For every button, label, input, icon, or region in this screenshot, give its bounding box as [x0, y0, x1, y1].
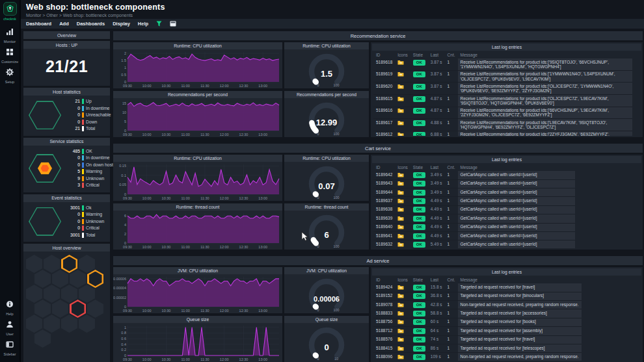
- host-hexagon-ok[interactable]: [79, 315, 95, 333]
- folder-move-icon[interactable]: [397, 311, 404, 317]
- stat-legend-row[interactable]: 3Critical: [62, 182, 113, 189]
- folder-move-icon[interactable]: [397, 337, 404, 343]
- host-hexagon-warn[interactable]: [61, 255, 77, 273]
- stat-legend-row[interactable]: 21Total: [62, 125, 111, 133]
- host-hexagon-ok[interactable]: [79, 285, 95, 303]
- folder-move-icon[interactable]: [397, 354, 404, 360]
- folder-move-icon[interactable]: [397, 207, 404, 213]
- host-hexagon-ok[interactable]: [79, 255, 95, 273]
- gauge-title: Runtime: CPU utilization: [284, 155, 369, 162]
- folder-move-icon[interactable]: [397, 181, 404, 187]
- stat-legend-row[interactable]: 0Unknown: [62, 218, 107, 226]
- folder-move-icon[interactable]: [397, 328, 404, 334]
- stat-legend-row[interactable]: 3001Ok: [62, 205, 107, 212]
- svg-text:13:00: 13:00: [258, 309, 267, 313]
- nav-sidebar: checkmk MonitorCustomizeSetup HelpUserSi…: [0, 0, 20, 362]
- log-table-header-row: IDIconsStateLastCnt.Message: [373, 276, 582, 283]
- host-hexagon-ok[interactable]: [44, 255, 60, 273]
- host-hexagon-warn[interactable]: [87, 270, 103, 288]
- sidebar-item-customize[interactable]: Customize: [1, 47, 18, 64]
- stat-legend-row[interactable]: 0In downtime: [62, 155, 113, 162]
- sidebar-item-user[interactable]: User: [4, 319, 16, 336]
- overview-header: Overview: [23, 31, 110, 39]
- host-hexagon-ok[interactable]: [34, 270, 51, 288]
- stat-legend-row[interactable]: 0Warning: [62, 211, 107, 218]
- log-row: 5189612OK6.88 s1Receive ListRecommendati…: [373, 131, 632, 136]
- folder-move-icon[interactable]: [397, 346, 404, 352]
- log-row: 5189152OK36.8 s1Targeted ad request rece…: [373, 292, 582, 300]
- monitor-icon: [6, 27, 14, 38]
- dashboard-grid-icon[interactable]: [170, 21, 176, 27]
- folder-move-icon[interactable]: [397, 293, 404, 299]
- folder-move-icon[interactable]: [397, 132, 404, 136]
- stat-legend-row[interactable]: 0Unreachable: [62, 112, 111, 119]
- host-hexagon-ok[interactable]: [52, 300, 68, 318]
- sidebar-item-sidebar[interactable]: Sidebar: [4, 339, 16, 356]
- svg-text:10:30: 10:30: [162, 309, 171, 313]
- checkmk-logo-icon[interactable]: [3, 2, 17, 16]
- stat-legend-row[interactable]: 5Warning: [62, 168, 113, 175]
- host-hexagon-ok[interactable]: [61, 285, 77, 303]
- stat-legend-row[interactable]: 0In downtime: [62, 105, 111, 112]
- folder-move-icon[interactable]: [397, 120, 404, 126]
- breadcrumb[interactable]: Monitor > Other > Web shop: bottleneck c…: [26, 13, 644, 18]
- stat-legend-row[interactable]: 485OK: [62, 148, 113, 155]
- page-title: Web shop: bottleneck components: [26, 3, 644, 12]
- host-hexagon-ok[interactable]: [70, 270, 86, 288]
- stat-legend-row[interactable]: 0Critical: [62, 225, 107, 232]
- host-hexagon-crit[interactable]: [70, 300, 86, 318]
- stat-legend-row[interactable]: 0On down host: [62, 162, 113, 169]
- gauge-title: Queue size: [284, 316, 369, 323]
- menu-help[interactable]: Help: [138, 21, 148, 27]
- menu-dashboard[interactable]: Dashboard: [26, 21, 51, 27]
- stat-legend-row[interactable]: 3001Total: [62, 232, 107, 239]
- log-row: 5189424OK15.8 s1Targeted ad request rece…: [373, 283, 582, 292]
- host-hexagon-ok[interactable]: [26, 255, 42, 273]
- svg-text:0.00006: 0.00006: [314, 295, 340, 303]
- folder-move-icon[interactable]: [397, 71, 404, 77]
- host-hexagon-ok[interactable]: [44, 315, 60, 333]
- host-hexagon-ok[interactable]: [87, 300, 103, 318]
- host-hexagon-ok[interactable]: [26, 285, 42, 303]
- gauge-title: Recommendations per second: [284, 91, 369, 98]
- folder-move-icon[interactable]: [397, 216, 404, 222]
- folder-move-icon[interactable]: [397, 84, 404, 90]
- folder-move-icon[interactable]: [397, 285, 404, 291]
- folder-move-icon[interactable]: [397, 302, 404, 308]
- graph-title: Recommendations per second: [113, 91, 282, 98]
- stat-legend-row[interactable]: 0Down: [62, 119, 111, 126]
- folder-move-icon[interactable]: [397, 190, 404, 196]
- filter-funnel-icon[interactable]: [156, 21, 162, 27]
- stat-legend-row[interactable]: 21Up: [62, 98, 111, 105]
- svg-text:12:30: 12:30: [239, 309, 248, 313]
- host-hexagon-ok[interactable]: [52, 270, 68, 288]
- menu-add[interactable]: Add: [59, 21, 69, 27]
- folder-move-icon[interactable]: [397, 108, 404, 114]
- folder-move-icon[interactable]: [397, 172, 404, 178]
- folder-move-icon[interactable]: [397, 224, 404, 230]
- folder-move-icon[interactable]: [397, 198, 404, 204]
- host-hexagon-ok[interactable]: [34, 330, 51, 348]
- sidebar-item-setup[interactable]: Setup: [1, 67, 18, 84]
- svg-text:13:00: 13:00: [258, 133, 267, 136]
- svg-text:100: 100: [333, 196, 339, 200]
- sidebar-item-monitor[interactable]: Monitor: [1, 27, 18, 44]
- sidebar-item-help[interactable]: Help: [4, 299, 16, 316]
- folder-move-icon[interactable]: [397, 96, 404, 102]
- section-header: Recommendation service: [113, 31, 643, 40]
- state-ok-badge: OK: [413, 190, 425, 196]
- host-hexagon-ok[interactable]: [61, 315, 77, 333]
- host-hexagon-ok[interactable]: [44, 285, 60, 303]
- folder-move-icon[interactable]: [397, 233, 404, 239]
- log-header: Last log entries: [372, 268, 641, 276]
- host-hexagon-ok[interactable]: [26, 315, 42, 333]
- log-row: 5188712OK64 s1Targeted ad request receiv…: [373, 327, 582, 335]
- stat-legend-row[interactable]: 9Unknown: [62, 175, 113, 183]
- svg-text:0: 0: [317, 357, 319, 361]
- menu-display[interactable]: Display: [113, 21, 130, 27]
- folder-move-icon[interactable]: [397, 319, 404, 325]
- menu-dashboards[interactable]: Dashboards: [77, 21, 105, 27]
- folder-move-icon[interactable]: [397, 242, 404, 248]
- host-hexagon-ok[interactable]: [34, 300, 51, 318]
- folder-move-icon[interactable]: [397, 60, 404, 66]
